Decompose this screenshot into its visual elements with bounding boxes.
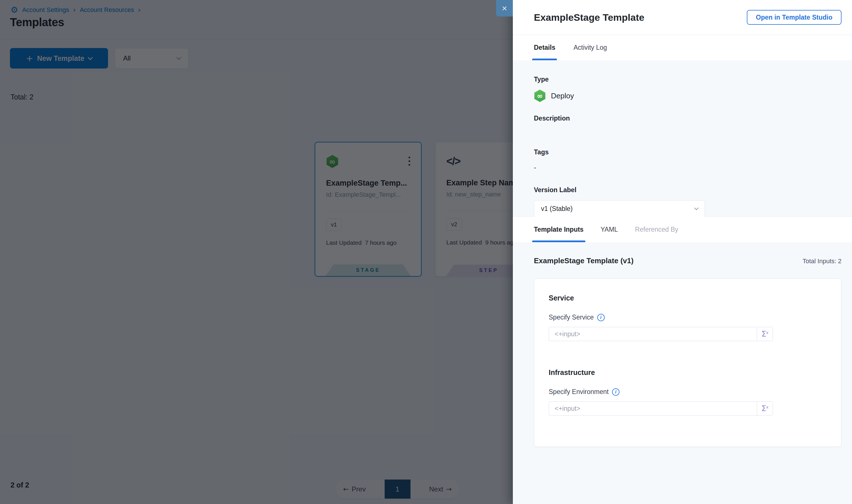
specify-environment-label-row: Specify Environment i	[549, 388, 827, 396]
specify-environment-label: Specify Environment	[549, 388, 609, 396]
infrastructure-section-title: Infrastructure	[549, 368, 827, 377]
inputs-tabs: Template Inputs YAML Referenced By	[513, 217, 852, 242]
tab-details[interactable]: Details	[534, 35, 555, 60]
tab-template-inputs[interactable]: Template Inputs	[534, 217, 584, 242]
tags-value: -	[534, 163, 831, 172]
template-details-drawer: ExampleStage Template Open in Template S…	[513, 0, 852, 504]
version-label: Version Label	[534, 186, 831, 194]
type-value: Deploy	[551, 92, 574, 100]
type-value-row: ∞ Deploy	[534, 90, 831, 102]
environment-input-row: Σx	[549, 401, 773, 416]
expression-toggle-icon[interactable]: Σx	[757, 401, 773, 416]
inputs-card: Service Specify Service i Σx Infrastruct…	[534, 278, 841, 447]
template-inputs-section: ExampleStage Template (v1) Total Inputs:…	[513, 242, 852, 504]
info-icon[interactable]: i	[612, 388, 619, 396]
environment-input[interactable]	[549, 401, 757, 416]
inputs-total: Total Inputs: 2	[802, 257, 841, 265]
sigma-glyph: Σ	[761, 404, 766, 413]
description-label: Description	[534, 114, 831, 122]
expression-toggle-icon[interactable]: Σx	[757, 327, 773, 341]
drawer-tabs: Details Activity Log	[513, 35, 852, 60]
sigma-sup: x	[766, 330, 768, 335]
close-drawer-button[interactable]: ×	[496, 0, 513, 17]
drawer-title: ExampleStage Template	[534, 12, 645, 23]
drawer-header: ExampleStage Template Open in Template S…	[513, 0, 852, 35]
version-select-value: v1 (Stable)	[541, 205, 573, 213]
sigma-glyph: Σ	[761, 329, 766, 338]
chevron-down-icon	[694, 206, 699, 210]
open-template-studio-button[interactable]: Open in Template Studio	[747, 10, 841, 25]
cd-deploy-icon: ∞	[534, 90, 546, 102]
type-label: Type	[534, 76, 831, 83]
inputs-heading: ExampleStage Template (v1)	[534, 256, 634, 265]
service-input[interactable]	[549, 327, 757, 341]
tab-activity-log[interactable]: Activity Log	[574, 35, 607, 60]
specify-service-label-row: Specify Service i	[549, 313, 827, 321]
version-select[interactable]: v1 (Stable)	[534, 200, 705, 217]
tab-referenced-by: Referenced By	[635, 217, 678, 242]
modal-dim-overlay[interactable]	[0, 0, 513, 504]
specify-service-label: Specify Service	[549, 313, 594, 321]
details-section: Type ∞ Deploy Description Tags - Version…	[513, 60, 852, 217]
service-input-row: Σx	[549, 327, 773, 341]
sigma-sup: x	[766, 404, 768, 409]
inputs-heading-row: ExampleStage Template (v1) Total Inputs:…	[534, 256, 841, 265]
tags-label: Tags	[534, 148, 831, 156]
service-section-title: Service	[549, 294, 827, 302]
tab-yaml[interactable]: YAML	[601, 217, 618, 242]
info-icon[interactable]: i	[597, 314, 605, 321]
